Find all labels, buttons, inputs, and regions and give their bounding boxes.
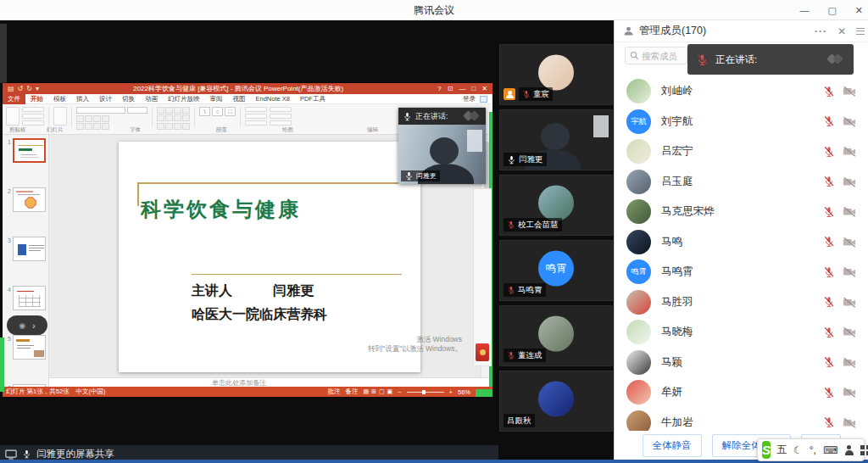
ribbon-tab-文件[interactable]: 文件 <box>3 94 25 104</box>
mic-muted-icon[interactable] <box>507 220 515 229</box>
slide-thumbnail-row[interactable]: 3 <box>5 237 46 262</box>
ribbon-tab-开始[interactable]: 开始 <box>25 94 48 104</box>
mic-muted-icon[interactable] <box>823 206 835 218</box>
member-row[interactable]: 马鸣 <box>615 227 868 258</box>
member-mic-slot[interactable] <box>823 115 835 127</box>
camera-muted-icon[interactable] <box>843 357 856 368</box>
floating-control-pill[interactable]: ◉ › <box>7 315 47 335</box>
minimize-icon[interactable]: — <box>799 5 809 15</box>
member-mic-slot[interactable] <box>823 206 835 218</box>
more-menu-button[interactable]: ··· <box>815 25 827 37</box>
member-row[interactable]: 马胜羽 <box>615 287 868 318</box>
mic-muted-icon[interactable] <box>507 286 515 294</box>
member-cam-slot[interactable] <box>843 266 856 277</box>
ribbon-tab-幻灯片放映[interactable]: 幻灯片放映 <box>163 94 205 104</box>
share-doc-icon[interactable] <box>480 96 487 103</box>
camera-muted-icon[interactable] <box>843 387 856 398</box>
mic-muted-icon[interactable] <box>696 53 709 66</box>
paste-button[interactable] <box>6 107 19 126</box>
ribbon-tab-EndNote X8[interactable]: EndNote X8 <box>251 94 295 104</box>
mic-muted-icon[interactable] <box>823 266 835 278</box>
member-search-box[interactable] <box>625 47 687 64</box>
camera-muted-icon[interactable] <box>843 266 856 277</box>
member-mic-slot[interactable] <box>823 326 835 338</box>
zoom-out-button[interactable]: − <box>398 388 401 396</box>
mic-on-icon[interactable] <box>22 449 31 459</box>
camera-muted-icon[interactable] <box>843 206 856 217</box>
mic-muted-icon[interactable] <box>823 176 835 187</box>
quick-access-icon[interactable]: ▤ <box>8 85 14 92</box>
member-cam-slot[interactable] <box>843 206 856 217</box>
theme-icon[interactable]: ⊡ <box>448 85 453 92</box>
mic-muted-icon[interactable] <box>823 236 835 248</box>
tile-mic-slot[interactable] <box>522 90 531 98</box>
member-row[interactable]: 吕玉庭 <box>615 167 868 198</box>
member-row[interactable]: 马颖 <box>615 348 868 378</box>
ime-mode-icon[interactable]: °, <box>810 444 816 456</box>
zoom-slider[interactable] <box>407 392 444 393</box>
close-icon[interactable]: ✕ <box>481 85 487 92</box>
member-row[interactable]: 马克思宋烨 <box>615 197 868 227</box>
active-speaker-overlay[interactable]: 正在讲话: 闫雅更 <box>398 108 486 184</box>
record-dot-icon[interactable]: ◉ <box>19 321 25 330</box>
slide-thumbnail-row[interactable]: 5 <box>5 335 46 360</box>
ime-logo-icon[interactable]: S <box>762 441 771 459</box>
video-tile[interactable]: 闫雅更 <box>499 109 613 170</box>
mic-on-icon[interactable] <box>403 112 412 121</box>
member-cam-slot[interactable] <box>843 86 856 97</box>
member-row[interactable]: 鸣霄 马鸣霄 <box>615 257 868 287</box>
member-mic-slot[interactable] <box>823 236 835 248</box>
comments-toggle[interactable]: 批注 <box>327 388 340 396</box>
mic-muted-icon[interactable] <box>522 90 531 98</box>
tile-mic-slot[interactable] <box>507 286 515 294</box>
camera-muted-icon[interactable] <box>843 297 856 308</box>
tile-mic-slot[interactable] <box>507 220 515 229</box>
arrange-controls[interactable] <box>245 107 267 126</box>
member-mic-slot[interactable] <box>823 356 835 368</box>
mic-muted-icon[interactable] <box>507 351 515 360</box>
close-panel-button[interactable]: ✕ <box>837 25 846 37</box>
member-cam-slot[interactable] <box>843 176 856 187</box>
notes-placeholder[interactable]: 单击此处添加备注 <box>49 377 492 387</box>
ime-person-icon[interactable] <box>844 445 854 455</box>
minimize-icon[interactable]: — <box>459 85 465 92</box>
tile-mic-slot[interactable] <box>507 351 515 360</box>
camera-muted-icon[interactable] <box>843 176 856 187</box>
slide-thumbnail[interactable] <box>13 237 46 261</box>
video-tile[interactable]: 童宸 <box>499 44 613 105</box>
member-row[interactable]: 宇航 刘宇航 <box>615 107 868 137</box>
mic-muted-icon[interactable] <box>823 387 835 399</box>
mic-on-icon[interactable] <box>507 155 516 165</box>
editing-controls[interactable] <box>270 107 292 126</box>
clipboard-small-buttons[interactable] <box>22 107 44 126</box>
view-mode-icon[interactable]: ▢ <box>379 388 385 395</box>
view-mode-icon[interactable]: ⊞ <box>371 388 376 395</box>
mic-muted-icon[interactable] <box>823 115 835 127</box>
ribbon-tab-插入[interactable]: 插入 <box>71 94 94 104</box>
member-mic-slot[interactable] <box>823 416 835 428</box>
red-packet-icon[interactable] <box>476 343 489 361</box>
member-cam-slot[interactable] <box>843 387 856 398</box>
member-cam-slot[interactable] <box>843 297 856 308</box>
view-mode-icon[interactable]: ▤ <box>363 388 369 395</box>
mic-muted-icon[interactable] <box>823 416 835 428</box>
view-mode-icon[interactable]: ▣ <box>387 388 393 395</box>
camera-muted-icon[interactable] <box>843 86 856 97</box>
help-icon[interactable]: ? <box>437 85 441 92</box>
search-input[interactable] <box>642 51 681 61</box>
hamburger-menu-icon[interactable] <box>856 28 865 35</box>
member-cam-slot[interactable] <box>843 237 856 248</box>
zoom-in-button[interactable]: + <box>449 388 453 396</box>
member-row[interactable]: 牟妍 <box>615 377 868 408</box>
camera-muted-icon[interactable] <box>843 326 856 337</box>
language-status[interactable]: 中文(中国) <box>76 388 106 396</box>
member-cam-slot[interactable] <box>843 116 856 127</box>
quick-access-icon[interactable]: ▾ <box>36 85 39 92</box>
video-tile[interactable]: 校工会苗慧 <box>499 175 613 236</box>
shapes-gallery[interactable]: \○□ <box>199 107 236 116</box>
camera-muted-icon[interactable] <box>843 116 856 127</box>
ribbon-tab-PDF工具[interactable]: PDF工具 <box>295 94 331 104</box>
slide-thumbnail[interactable] <box>13 187 46 212</box>
member-row[interactable]: 刘岫岭 <box>615 76 868 107</box>
member-cam-slot[interactable] <box>843 357 856 368</box>
